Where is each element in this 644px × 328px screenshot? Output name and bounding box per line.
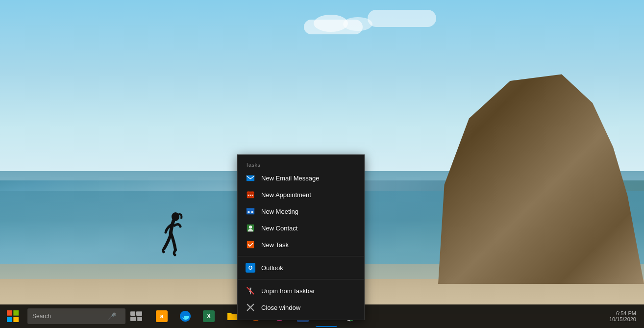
taskbar-search[interactable]: 🎤: [27, 308, 125, 324]
excel-icon: X: [203, 310, 215, 322]
search-input[interactable]: [32, 313, 106, 320]
svg-rect-7: [247, 193, 254, 194]
meeting-icon: [246, 206, 255, 216]
clock[interactable]: 6:54 PM 10/15/2020: [605, 310, 640, 322]
menu-item-outlook[interactable]: O Outlook: [238, 259, 364, 276]
svg-rect-17: [251, 212, 253, 212]
menu-item-new-appointment[interactable]: New Appointment: [238, 186, 364, 203]
system-tray: 6:54 PM 10/15/2020: [605, 310, 644, 322]
taskview-button[interactable]: [125, 305, 147, 327]
taskbar-excel[interactable]: X: [198, 305, 220, 327]
task-icon: [246, 240, 255, 250]
svg-rect-25: [7, 310, 12, 316]
svg-rect-9: [250, 195, 251, 196]
svg-rect-16: [248, 212, 250, 212]
menu-item-label: Close window: [261, 304, 300, 311]
menu-item-new-contact[interactable]: New Contact: [238, 220, 364, 236]
calendar-icon: [246, 190, 255, 200]
svg-rect-30: [136, 311, 142, 316]
svg-rect-28: [13, 317, 19, 322]
svg-rect-26: [13, 310, 19, 316]
date: 10/15/2020: [609, 316, 636, 322]
svg-rect-31: [130, 317, 136, 321]
svg-rect-8: [248, 195, 249, 196]
files-icon: [226, 310, 238, 322]
time: 6:54 PM: [609, 310, 636, 316]
svg-rect-2: [247, 176, 254, 181]
amazon-icon: a: [156, 310, 168, 322]
svg-rect-10: [252, 195, 253, 196]
svg-rect-27: [7, 317, 12, 322]
menu-item-label: New Email Message: [261, 175, 320, 182]
menu-section-label: Tasks: [238, 159, 364, 170]
menu-item-label: New Appointment: [261, 191, 311, 199]
outlook-icon: O: [246, 263, 255, 273]
edge-icon: [179, 310, 191, 322]
menu-divider-2: [238, 279, 364, 279]
mic-icon: 🎤: [108, 312, 116, 320]
menu-item-label: New Contact: [261, 225, 297, 232]
svg-point-19: [249, 226, 252, 228]
email-icon: [246, 173, 255, 183]
svg-rect-5: [248, 191, 249, 193]
svg-rect-13: [247, 210, 254, 210]
svg-rect-29: [130, 311, 135, 316]
unpin-icon: [246, 286, 255, 296]
menu-item-new-task[interactable]: New Task: [238, 236, 364, 253]
close-icon: [246, 303, 255, 312]
contact-icon: [246, 223, 255, 233]
menu-item-label: Outlook: [261, 264, 283, 272]
menu-divider-1: [238, 256, 364, 256]
taskbar-amazon[interactable]: a: [151, 305, 173, 327]
svg-rect-32: [137, 317, 142, 321]
cloud-4: [368, 10, 436, 27]
menu-item-label: New Task: [261, 241, 289, 249]
menu-item-close[interactable]: Close window: [238, 299, 364, 316]
menu-item-new-meeting[interactable]: New Meeting: [238, 203, 364, 220]
svg-rect-6: [252, 191, 253, 193]
menu-item-unpin[interactable]: Unpin from taskbar: [238, 282, 364, 299]
menu-item-new-email[interactable]: New Email Message: [238, 170, 364, 186]
taskbar-edge[interactable]: [174, 305, 196, 327]
menu-item-label: New Meeting: [261, 208, 298, 215]
runner-silhouette: [162, 212, 189, 270]
start-button[interactable]: [2, 305, 24, 327]
context-menu: Tasks New Email Message New Appointme: [237, 154, 365, 320]
menu-item-label: Unpin from taskbar: [261, 287, 315, 295]
